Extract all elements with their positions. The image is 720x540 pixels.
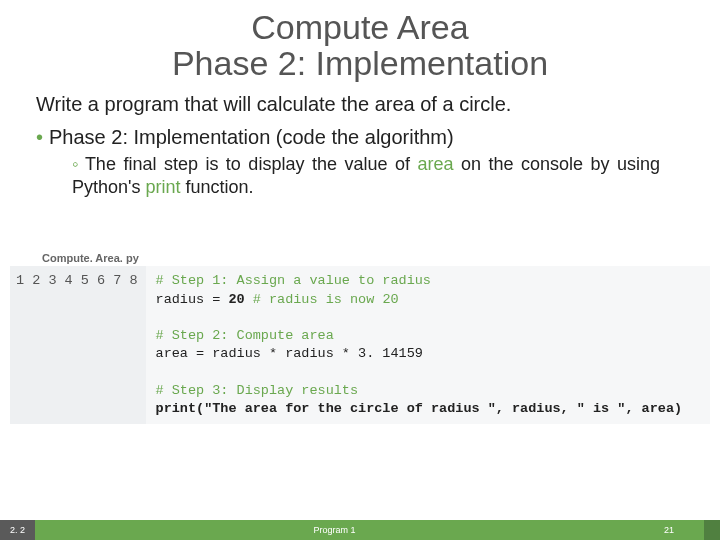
- code-comment: # Step 2: Compute area: [156, 328, 334, 343]
- bullet2-pre: The final step is to display the value o…: [85, 154, 418, 174]
- footer-section: 2. 2: [0, 520, 35, 540]
- bullet2-post: function.: [181, 177, 254, 197]
- bullet2-hl2: print: [145, 177, 180, 197]
- bullet2-hl1: area: [417, 154, 453, 174]
- code-comment: # Step 1: Assign a value to radius: [156, 273, 431, 288]
- code-line: radius =: [156, 292, 229, 307]
- intro-text: Write a program that will calculate the …: [0, 81, 720, 122]
- code-line: print("The area for the circle of radius…: [156, 401, 683, 416]
- code-comment: # Step 3: Display results: [156, 383, 359, 398]
- footer-bar: 2. 2 Program 1 21: [0, 520, 720, 540]
- title-line1: Compute Area: [0, 10, 720, 46]
- code-block: 1 2 3 4 5 6 7 8 # Step 1: Assign a value…: [10, 266, 710, 424]
- footer-program: Program 1: [35, 525, 634, 535]
- line-gutter: 1 2 3 4 5 6 7 8: [10, 266, 146, 424]
- code-literal: 20: [228, 292, 244, 307]
- footer-page: 21: [634, 525, 704, 535]
- code-body: # Step 1: Assign a value to radius radiu…: [146, 266, 710, 424]
- title-line2: Phase 2: Implementation: [0, 46, 720, 82]
- bullet-level1: •Phase 2: Implementation (code the algor…: [0, 122, 720, 151]
- bullet-level2: ◦The final step is to display the value …: [0, 151, 720, 198]
- bullet-ring-icon: ◦: [72, 154, 81, 174]
- filename-label: Compute. Area. py: [36, 252, 720, 264]
- bullet-dot-icon: •: [36, 126, 43, 148]
- footer-edge: [704, 520, 720, 540]
- slide-title: Compute Area Phase 2: Implementation: [0, 0, 720, 81]
- bullet1-text: Phase 2: Implementation (code the algori…: [49, 126, 454, 148]
- code-comment: # radius is now 20: [245, 292, 399, 307]
- code-line: area = radius * radius * 3. 14159: [156, 346, 423, 361]
